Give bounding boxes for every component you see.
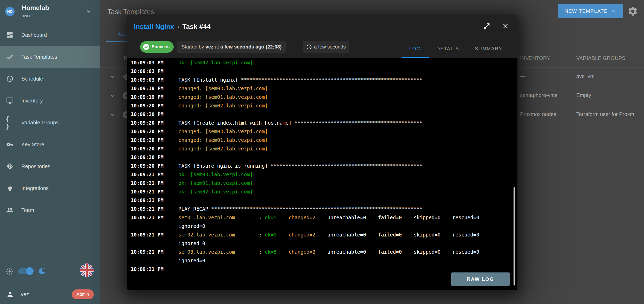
duration-chip: a few seconds: [303, 41, 349, 53]
check-circle-icon: [143, 44, 149, 50]
log-row: 10:09:21 PMok: [sem03.lab.vezpi.com]: [127, 170, 517, 179]
key-icon: [6, 141, 14, 148]
log-row: 10:09:20 PMchanged: [sem03.lab.vezpi.com…: [127, 127, 517, 136]
task-title: Task #44: [183, 23, 211, 31]
project-role: owner: [22, 14, 33, 18]
log-timestamp: 10:09:21 PM: [131, 248, 164, 256]
breadcrumb: Install Nginx › Task #44: [134, 23, 211, 31]
sidebar-item-key-store[interactable]: Key Store: [0, 133, 100, 155]
plug-icon: [6, 185, 14, 192]
log-message: TASK [Install nginx] *******************…: [178, 76, 509, 84]
project-selector[interactable]: HO Homelab owner: [0, 0, 100, 24]
column-header-variable-groups: VARIABLE GROUPS: [576, 55, 626, 61]
tab-summary[interactable]: SUMMARY: [467, 40, 510, 58]
log-timestamp: 10:09:21 PM: [131, 179, 164, 187]
admin-badge: Admin: [72, 289, 94, 299]
log-row: 10:09:03 PMTASK [Install nginx] ********…: [127, 76, 517, 84]
sidebar-item-label: Key Store: [21, 142, 44, 148]
chevron-down-icon: [85, 8, 92, 15]
sidebar-item-task-templates[interactable]: Task Templates: [0, 46, 100, 68]
cell-variable-groups: Empty: [576, 92, 591, 98]
log-timestamp: 10:09:19 PM: [131, 93, 164, 101]
sidebar-item-label: Integrations: [21, 185, 49, 191]
log-row: 10:09:20 PMchanged: [sem01.lab.vezpi.com…: [127, 136, 517, 144]
cell-variable-groups: Terraform user for Proxm: [576, 111, 634, 117]
sidebar-item-repositories[interactable]: Repositories: [0, 155, 100, 177]
chevron-down-icon[interactable]: [109, 73, 116, 81]
sun-icon: [6, 267, 14, 275]
sidebar-item-label: Team: [21, 207, 34, 213]
log-timestamp: 10:09:21 PM: [131, 265, 164, 273]
sidebar-item-variable-groups[interactable]: { }Variable Groups: [0, 112, 100, 133]
log-row: 10:09:03 PM: [127, 67, 517, 76]
log-timestamp: 10:09:03 PM: [131, 67, 164, 76]
gear-icon[interactable]: [627, 6, 638, 17]
user-row[interactable]: vez Admin: [0, 289, 100, 301]
project-avatar: HO: [5, 7, 15, 16]
sidebar-item-dashboard[interactable]: Dashboard: [0, 24, 100, 46]
task-templates-page: Task Templates NEW TEMPLATE ALL NAME INV…: [0, 0, 644, 304]
log-row: 10:09:21 PMPLAY RECAP ******************…: [127, 205, 517, 213]
close-icon[interactable]: [502, 22, 509, 30]
sidebar-item-schedule[interactable]: Schedule: [0, 68, 100, 90]
cell-variable-groups: pve_vm: [576, 73, 595, 79]
log-row: 10:09:20 PMTASK [Create index.html with …: [127, 119, 517, 127]
theme-toggle[interactable]: [18, 268, 33, 274]
sidebar-nav: DashboardTask TemplatesScheduleInventory…: [0, 24, 100, 221]
log-message: changed: [sem02.lab.vezpi.com]: [178, 101, 509, 110]
sidebar-item-team[interactable]: Team: [0, 199, 100, 221]
template-link[interactable]: Install Nginx: [134, 23, 174, 31]
new-template-button[interactable]: NEW TEMPLATE: [558, 4, 623, 18]
log-timestamp: 10:09:21 PM: [131, 170, 164, 179]
log-timestamp: 10:09:21 PM: [131, 230, 164, 239]
log-row: 10:09:03 PMok: [sem02.lab.vezpi.com]: [127, 58, 517, 67]
log-row: 10:09:21 PMsem01.lab.vezpi.com : ok=5 ch…: [127, 213, 517, 230]
tab-log[interactable]: LOG: [402, 40, 429, 58]
log-row: 10:09:20 PM: [127, 110, 517, 119]
double-check-icon: [6, 53, 14, 60]
sidebar-item-integrations[interactable]: Integrations: [0, 177, 100, 199]
log-timestamp: 10:09:20 PM: [131, 101, 164, 110]
duration-label: a few seconds: [314, 44, 346, 50]
log-row: 10:09:20 PMchanged: [sem02.lab.vezpi.com…: [127, 101, 517, 110]
cell-inventory: semaphore-vms: [520, 92, 557, 98]
tab-details[interactable]: DETAILS: [429, 40, 467, 58]
log-timestamp: 10:09:20 PM: [131, 110, 164, 119]
log-area: 10:09:03 PMok: [sem02.lab.vezpi.com]10:0…: [127, 58, 517, 290]
log-timestamp: 10:09:20 PM: [131, 144, 164, 153]
chevron-down-icon[interactable]: [109, 111, 116, 119]
sidebar-item-inventory[interactable]: Inventory: [0, 90, 100, 112]
log-row: 10:09:18 PMchanged: [sem03.lab.vezpi.com…: [127, 84, 517, 93]
log-row: 10:09:21 PMsem03.lab.vezpi.com : ok=5 ch…: [127, 248, 517, 265]
monitor-icon: [6, 97, 14, 104]
cell-inventory: —: [520, 73, 525, 79]
log-message: PLAY RECAP *****************************…: [178, 205, 509, 213]
sidebar-item-label: Variable Groups: [21, 120, 59, 126]
chevron-down-icon: [610, 8, 617, 14]
git-icon: [6, 163, 14, 170]
uk-flag-icon[interactable]: [80, 263, 94, 277]
moon-stars-icon: [38, 267, 46, 275]
modal-tabs: LOGDETAILSSUMMARY: [402, 40, 510, 58]
log-timestamp: 10:09:20 PM: [131, 127, 164, 136]
clock-icon: [306, 44, 312, 50]
log-row: 10:09:21 PMok: [sem02.lab.vezpi.com]: [127, 187, 517, 196]
chevron-down-icon[interactable]: [109, 92, 116, 100]
log-row: 10:09:20 PMTASK [Ensure nginx is running…: [127, 162, 517, 170]
cell-inventory: Proxmox nodes: [520, 111, 556, 117]
dashboard-icon: [6, 31, 14, 39]
log-timestamp: 10:09:21 PM: [131, 187, 164, 196]
log-row: 10:09:21 PM: [127, 196, 517, 205]
log-row: 10:09:20 PMchanged: [sem02.lab.vezpi.com…: [127, 144, 517, 153]
log-message: sem02.lab.vezpi.com : ok=5 changed=2 unr…: [178, 230, 509, 248]
log-message: changed: [sem03.lab.vezpi.com]: [178, 84, 509, 93]
expand-icon[interactable]: [483, 22, 490, 30]
status-badge: Success: [140, 41, 174, 53]
log-scrollbar[interactable]: [514, 187, 515, 285]
log-message: ok: [sem01.lab.vezpi.com]: [178, 179, 509, 187]
column-header-inventory: INVENTORY: [520, 55, 550, 61]
status-label: Success: [152, 44, 170, 50]
sidebar-item-label: Inventory: [21, 98, 43, 104]
log-row: 10:09:19 PMchanged: [sem01.lab.vezpi.com…: [127, 93, 517, 101]
raw-log-button[interactable]: RAW LOG: [451, 272, 510, 286]
